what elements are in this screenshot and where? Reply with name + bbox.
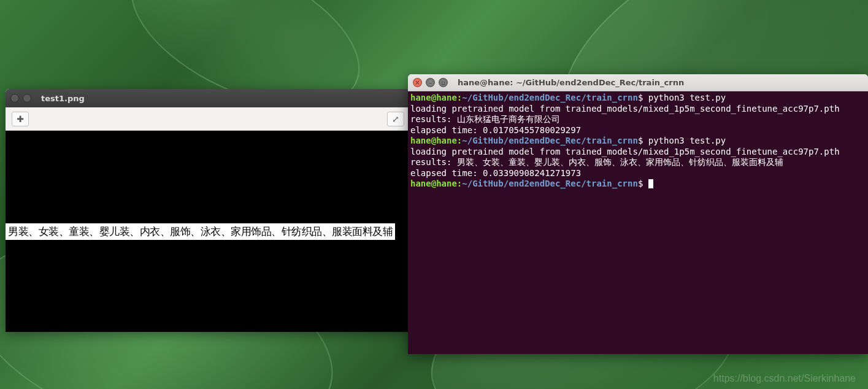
image-viewer-titlebar[interactable]: × – test1.png — [6, 89, 410, 107]
terminal-titlebar[interactable]: × – ▫ hane@hane: ~/GitHub/end2endDec_Rec… — [408, 74, 868, 91]
minimize-button[interactable]: – — [23, 94, 31, 102]
plus-icon: ✚ — [17, 114, 24, 124]
image-text-content: 男装、女装、童装、婴儿装、内衣、服饰、泳衣、家用饰品、针纺织品、服装面料及辅 — [6, 223, 395, 240]
minimize-button[interactable]: – — [426, 78, 435, 87]
fullscreen-button[interactable]: ⤢ — [387, 112, 404, 126]
window-controls: × – ▫ — [413, 78, 448, 87]
prompt-dollar: $ — [638, 136, 648, 145]
terminal-line: hane@hane:~/GitHub/end2endDec_Rec/train_… — [410, 179, 653, 188]
close-button[interactable]: × — [413, 78, 422, 87]
prompt-dollar: $ — [638, 179, 648, 188]
maximize-button[interactable]: ▫ — [439, 78, 448, 87]
terminal-output-area[interactable]: hane@hane:~/GitHub/end2endDec_Rec/train_… — [408, 91, 868, 354]
watermark: https://blog.csdn.net/Sierkinhane — [713, 373, 856, 384]
image-viewer-toolbar: ✚ ⤢ — [6, 107, 410, 131]
image-viewport[interactable]: 男装、女装、童装、婴儿装、内衣、服饰、泳衣、家用饰品、针纺织品、服装面料及辅 — [6, 131, 410, 332]
terminal-line: hane@hane:~/GitHub/end2endDec_Rec/train_… — [410, 136, 726, 145]
terminal-title: hane@hane: ~/GitHub/end2endDec_Rec/train… — [458, 78, 684, 87]
window-title: test1.png — [41, 94, 85, 103]
close-button[interactable]: × — [10, 94, 19, 102]
window-controls: × – — [10, 94, 31, 102]
prompt-user: hane@hane — [410, 179, 457, 188]
prompt-path: ~/GitHub/end2endDec_Rec/train_crnn — [462, 136, 638, 145]
prompt-path: ~/GitHub/end2endDec_Rec/train_crnn — [462, 93, 638, 102]
expand-icon: ⤢ — [392, 114, 399, 124]
prompt-user: hane@hane — [410, 136, 457, 145]
command-text: python3 test.py — [648, 136, 726, 145]
image-viewer-window[interactable]: × – test1.png ✚ ⤢ 男装、女装、童装、婴儿装、内衣、服饰、泳衣、… — [6, 89, 410, 332]
command-text: python3 test.py — [648, 93, 726, 102]
prompt-path: ~/GitHub/end2endDec_Rec/train_crnn — [462, 179, 638, 188]
prompt-user: hane@hane — [410, 93, 457, 102]
prompt-dollar: $ — [638, 93, 648, 102]
toolbar-add-button[interactable]: ✚ — [12, 112, 29, 126]
terminal-window[interactable]: × – ▫ hane@hane: ~/GitHub/end2endDec_Rec… — [408, 74, 868, 354]
output-text: loading pretrained model from trained_mo… — [410, 147, 840, 178]
cursor — [648, 179, 653, 188]
output-text: loading pretrained model from trained_mo… — [410, 104, 840, 135]
terminal-line: hane@hane:~/GitHub/end2endDec_Rec/train_… — [410, 93, 726, 102]
